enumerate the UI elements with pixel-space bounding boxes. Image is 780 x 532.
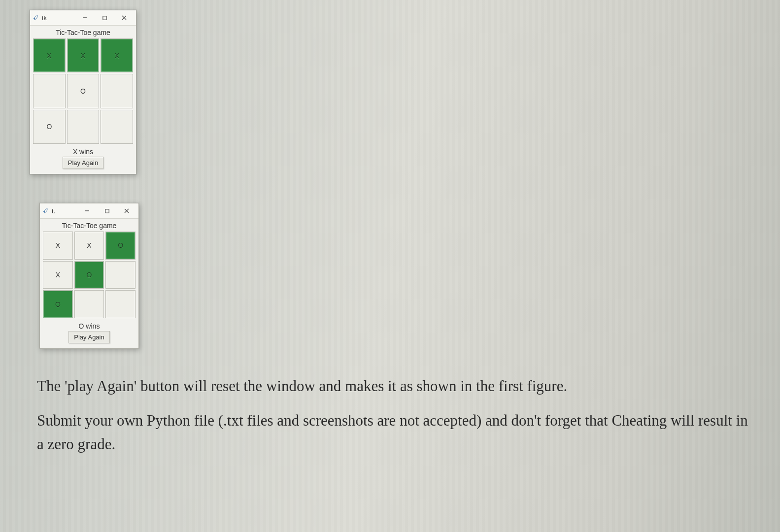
app-feather-icon <box>32 14 39 21</box>
titlebar: tk <box>30 10 136 26</box>
board-cell-3[interactable]: X <box>43 261 73 289</box>
board-cell-4[interactable]: O <box>74 261 104 289</box>
game-board: X X X O O <box>30 38 136 144</box>
titlebar: t. <box>40 203 138 219</box>
svg-rect-1 <box>102 16 106 19</box>
instruction-text: The 'play Again' button will reset the w… <box>37 374 750 467</box>
maximize-button[interactable] <box>97 205 117 217</box>
close-button[interactable] <box>117 205 136 217</box>
board-cell-6[interactable]: O <box>43 290 73 318</box>
app-feather-icon <box>42 207 49 214</box>
board-cell-5[interactable] <box>105 261 136 289</box>
board-cell-5[interactable] <box>101 74 133 108</box>
svg-rect-5 <box>105 209 108 212</box>
board-cell-2[interactable]: X <box>101 38 133 72</box>
board-cell-1[interactable]: X <box>67 38 100 72</box>
board-cell-8[interactable] <box>101 110 133 144</box>
titlebar-title: t. <box>52 207 55 215</box>
instruction-paragraph-2: Submit your own Python file (.txt files … <box>37 409 750 456</box>
game-title-label: Tic-Tac-Toe game <box>30 26 136 38</box>
game-title-label: Tic-Tac-Toe game <box>40 219 138 232</box>
tk-window-1: tk Tic-Tac-Toe game X X X O O X wins Pla… <box>30 10 136 174</box>
minimize-button[interactable] <box>77 205 97 217</box>
board-cell-4[interactable]: O <box>67 74 100 108</box>
status-label: X wins <box>30 144 136 157</box>
instruction-paragraph-1: The 'play Again' button will reset the w… <box>37 374 750 398</box>
titlebar-title: tk <box>42 14 47 22</box>
minimize-button[interactable] <box>75 12 95 24</box>
board-cell-1[interactable]: X <box>74 232 104 260</box>
board-cell-0[interactable]: X <box>43 232 73 260</box>
status-label: O wins <box>40 318 138 331</box>
board-cell-7[interactable] <box>67 110 100 144</box>
play-again-button[interactable]: Play Again <box>63 157 103 169</box>
board-cell-8[interactable] <box>105 290 136 318</box>
board-cell-7[interactable] <box>74 290 104 318</box>
play-again-row: Play Again <box>40 331 138 348</box>
play-again-row: Play Again <box>30 157 136 174</box>
game-board: X X O X O O <box>40 232 138 318</box>
board-cell-3[interactable] <box>33 74 66 108</box>
tk-window-2: t. Tic-Tac-Toe game X X O X O O O wins P… <box>39 203 139 349</box>
close-button[interactable] <box>114 12 134 24</box>
maximize-button[interactable] <box>95 12 114 24</box>
play-again-button[interactable]: Play Again <box>68 331 109 343</box>
board-cell-0[interactable]: X <box>33 38 66 72</box>
board-cell-6[interactable]: O <box>33 110 66 144</box>
board-cell-2[interactable]: O <box>105 232 136 260</box>
